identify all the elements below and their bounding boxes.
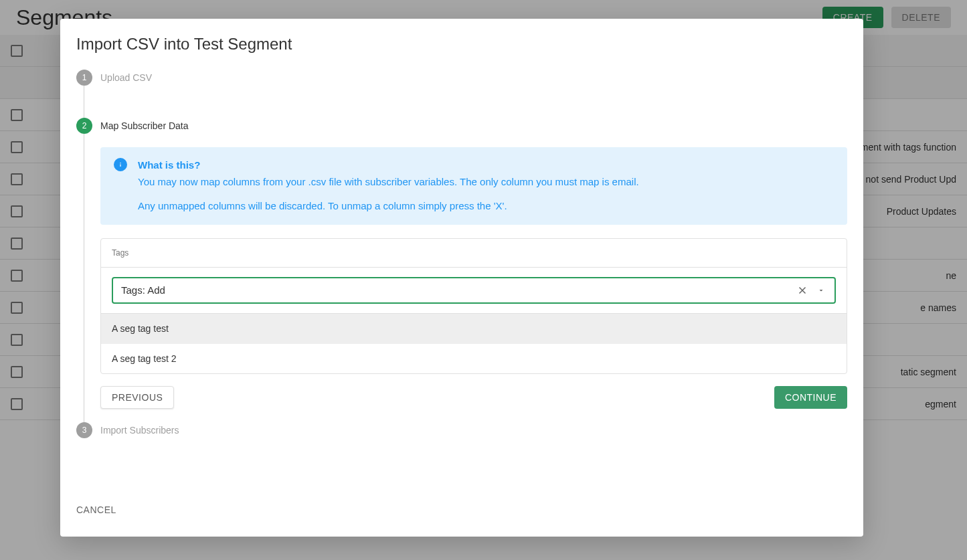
- info-icon-wrap: [114, 158, 127, 214]
- import-csv-modal: Import CSV into Test Segment 1 Upload CS…: [60, 19, 863, 537]
- dropdown-option[interactable]: A seg tag test: [101, 314, 847, 344]
- step-content: What is this? You may now map columns fr…: [100, 134, 847, 422]
- stepper: 1 Upload CSV 2 Map Subscriber Data What …: [60, 59, 863, 486]
- step-map-subscriber-data: 2 Map Subscriber Data: [76, 118, 847, 134]
- clear-icon[interactable]: [794, 282, 810, 298]
- info-text-2: Any unmapped columns will be discarded. …: [138, 199, 639, 214]
- chevron-down-icon[interactable]: [813, 282, 829, 298]
- info-text-1: You may now map columns from your .csv f…: [138, 175, 639, 190]
- step-import-subscribers: 3 Import Subscribers: [76, 422, 847, 438]
- modal-title: Import CSV into Test Segment: [60, 19, 863, 59]
- step-label: Upload CSV: [100, 70, 152, 86]
- step-number: 3: [76, 422, 92, 438]
- modal-footer: CANCEL: [60, 486, 863, 537]
- step-connector: [76, 86, 847, 118]
- step-number: 1: [76, 70, 92, 86]
- step-number: 2: [76, 118, 92, 134]
- cancel-button[interactable]: CANCEL: [76, 499, 116, 521]
- step-label: Import Subscribers: [100, 422, 179, 438]
- mapping-body: [101, 268, 847, 313]
- continue-button[interactable]: CONTINUE: [774, 386, 847, 409]
- mapping-card: Tags: [100, 238, 847, 374]
- dropdown-option[interactable]: A seg tag test 2: [101, 344, 847, 373]
- dropdown-menu: A seg tag test A seg tag test 2: [101, 313, 847, 373]
- mapping-column-name: Tags: [101, 239, 847, 268]
- mapping-select[interactable]: [112, 277, 836, 304]
- info-box: What is this? You may now map columns fr…: [100, 147, 847, 225]
- select-actions: [794, 282, 829, 298]
- previous-button[interactable]: PREVIOUS: [100, 386, 174, 409]
- mapping-select-input[interactable]: [121, 284, 794, 296]
- info-title: What is this?: [138, 158, 639, 173]
- info-icon: [114, 158, 127, 171]
- step-content-wrapper: What is this? You may now map columns fr…: [76, 134, 847, 422]
- step-actions: PREVIOUS CONTINUE: [100, 386, 847, 409]
- step-label: Map Subscriber Data: [100, 118, 189, 134]
- info-content: What is this? You may now map columns fr…: [138, 158, 639, 214]
- step-upload-csv: 1 Upload CSV: [76, 70, 847, 86]
